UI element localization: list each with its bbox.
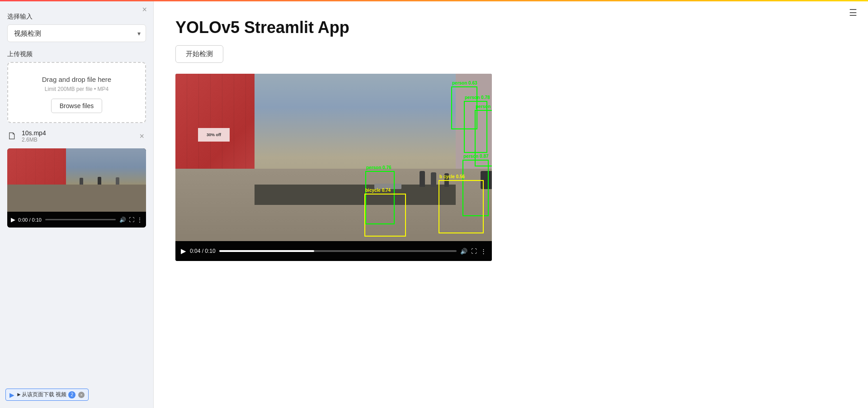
main-play-button[interactable]: ▶ (181, 247, 186, 255)
drag-drop-text: Drag and drop file here (17, 76, 136, 83)
main-more-icon[interactable]: ⋮ (481, 248, 486, 255)
main-volume-icon[interactable]: 🔊 (460, 248, 467, 255)
file-name: 10s.mp4 (22, 129, 133, 137)
det-box-bcycle-056: b cycle 0.56 (439, 180, 484, 233)
remove-file-button[interactable]: × (137, 131, 146, 142)
sidebar-close-button[interactable]: × (142, 5, 147, 14)
download-badge: 2 (68, 391, 75, 399)
select-input-label: 选择输入 (7, 13, 146, 21)
main-progress-fill (219, 250, 314, 252)
upload-dropzone[interactable]: Drag and drop file here Limit 200MB per … (7, 62, 146, 123)
uploaded-file-item: 🗋 10s.mp4 2.6MB × (7, 129, 146, 143)
det-box-bicycle-074: bicycle 0.74 (364, 194, 406, 237)
browse-files-button[interactable]: Browse files (51, 99, 102, 113)
preview-scene (7, 148, 146, 212)
main-video-controls: ▶ 0:04 / 0:10 🔊 ⛶ ⋮ (175, 241, 492, 261)
upload-video-label: 上传视频 (7, 50, 146, 58)
download-bar[interactable]: ▶ ►从该页面下载 视频 2 × (5, 389, 89, 401)
input-select-wrapper: 视频检测 图片检测 摄像头检测 ▾ (7, 24, 146, 42)
input-type-select[interactable]: 视频检测 图片检测 摄像头检测 (7, 24, 146, 42)
sidebar-video-controls: ▶ 0:00 / 0:10 🔊 ⛶ ⋮ (7, 212, 146, 228)
hamburger-menu-button[interactable]: ☰ (849, 7, 857, 18)
file-info: 10s.mp4 2.6MB (22, 129, 133, 143)
main-fullscreen-icon[interactable]: ⛶ (471, 248, 477, 255)
sidebar-play-button[interactable]: ▶ (11, 216, 15, 223)
main-video-scene: 30% off person 0.63 person 0.83 (175, 74, 492, 241)
download-text: ►从该页面下载 视频 (16, 391, 66, 399)
sidebar-fullscreen-icon[interactable]: ⛶ (129, 217, 134, 223)
file-limit-text: Limit 200MB per file • MP4 (17, 86, 136, 92)
main-progress-bar[interactable] (219, 250, 457, 252)
file-icon: 🗋 (7, 130, 17, 142)
sidebar-progress-bar[interactable] (45, 219, 116, 220)
sidebar-video-time: 0:00 / 0:10 (18, 217, 42, 223)
app-title: YOLOv5 Streamlit App (175, 18, 846, 37)
download-close-button[interactable]: × (78, 392, 85, 398)
download-icon: ▶ (9, 391, 14, 399)
file-size: 2.6MB (22, 137, 133, 143)
sidebar-video-preview: ▶ 0:00 / 0:10 🔊 ⛶ ⋮ (7, 148, 146, 228)
main-video-time: 0:04 / 0:10 (190, 248, 216, 254)
sidebar-volume-icon[interactable]: 🔊 (119, 217, 126, 223)
sidebar-more-icon[interactable]: ⋮ (137, 217, 142, 223)
main-content: ☰ YOLOv5 Streamlit App 开始检测 30% off (154, 0, 868, 408)
main-video-player: 30% off person 0.63 person 0.83 (175, 74, 492, 261)
sidebar: × 选择输入 视频检测 图片检测 摄像头检测 ▾ 上传视频 Drag and d… (0, 0, 154, 408)
start-detect-button[interactable]: 开始检测 (175, 45, 223, 63)
